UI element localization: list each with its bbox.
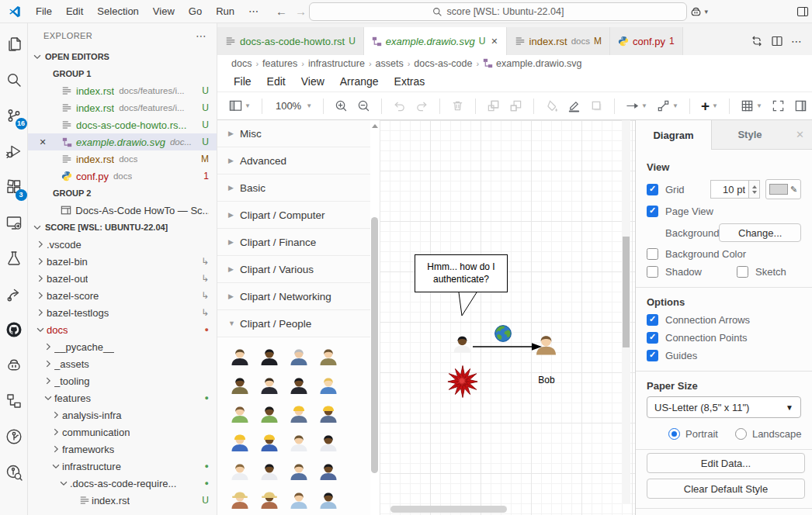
activity-source-control[interactable]: 16 — [0, 98, 28, 133]
tree-item-infrastructure[interactable]: infrastructure● — [28, 458, 217, 475]
open-changes-icon[interactable] — [751, 35, 763, 47]
activity-copilot-chat[interactable] — [0, 347, 28, 383]
delete-button[interactable] — [447, 96, 468, 116]
person-shape-9[interactable] — [230, 404, 250, 424]
line-color-button[interactable] — [564, 96, 585, 116]
workspace-root[interactable]: SCORE [WSL: UBUNTU-22.04] — [28, 219, 217, 236]
breadcrumb-docs[interactable]: docs — [231, 58, 252, 69]
activity-github[interactable] — [0, 312, 28, 347]
clear-default-style-button[interactable]: Clear Default Style — [647, 479, 805, 499]
menu-selection[interactable]: Selection — [91, 3, 144, 19]
person-shape-7[interactable] — [289, 375, 309, 396]
back-icon[interactable]: ← — [276, 5, 287, 18]
drawio-menu-extras[interactable]: Extras — [387, 74, 432, 89]
menu-view[interactable]: View — [147, 3, 181, 19]
menu-run[interactable]: Run — [210, 3, 241, 19]
tree-item-bazel-score[interactable]: bazel-score↳ — [28, 287, 217, 304]
open-editor-docs-as-code-howto-sc[interactable]: Docs-As-Code HowTo — Sc... — [28, 202, 217, 219]
tree-item-bazel-out[interactable]: bazel-out↳ — [28, 270, 217, 287]
canvas-vertical-scrollbar[interactable] — [622, 120, 630, 504]
connection-arrows-checkbox[interactable] — [647, 314, 658, 326]
drawio-menu-edit[interactable]: Edit — [260, 74, 293, 89]
to-front-button[interactable] — [483, 96, 504, 116]
person-shape-3[interactable] — [289, 347, 309, 367]
format-panel-toggle[interactable] — [790, 96, 811, 116]
insert-button[interactable]: +▼ — [697, 98, 722, 115]
person-shape-22[interactable] — [259, 490, 279, 510]
shadow-button[interactable] — [586, 96, 607, 116]
breadcrumb-features[interactable]: features — [262, 58, 297, 69]
paper-size-select[interactable]: US-Letter (8,5" x 11") ▼ — [647, 396, 801, 418]
menu-go[interactable]: Go — [182, 3, 208, 19]
person-shape-20[interactable] — [318, 461, 338, 482]
undo-button[interactable] — [389, 96, 410, 116]
shadow-checkbox[interactable] — [647, 266, 658, 278]
edit-data-button[interactable]: Edit Data... — [647, 453, 805, 473]
person-shape-2[interactable] — [259, 347, 279, 367]
grid-size-input[interactable] — [710, 180, 749, 199]
open-editor-index-rst[interactable]: index.rstdocs/features/i...U — [28, 99, 217, 116]
person-shape-11[interactable] — [289, 404, 309, 424]
open-editor-index-rst[interactable]: index.rstdocsM — [28, 150, 217, 168]
person-shape-1[interactable] — [230, 347, 250, 367]
grid-checkbox[interactable] — [647, 184, 658, 195]
person-shape-15[interactable] — [289, 433, 309, 453]
person-shape-23[interactable] — [289, 490, 309, 510]
zoom-out-button[interactable] — [353, 96, 374, 116]
alice-person-shape[interactable] — [452, 334, 473, 357]
open-editor-index-rst[interactable]: index.rstdocs/features/i...U — [28, 82, 217, 99]
person-shape-8[interactable] — [318, 375, 338, 396]
breadcrumb-infrastructure[interactable]: infrastructure — [308, 58, 365, 69]
layout-panel-icon[interactable] — [796, 5, 809, 18]
landscape-option[interactable]: Landscape — [735, 428, 802, 440]
diagram-canvas[interactable]: Hmm... how do I authenticate? Bob — [380, 120, 635, 515]
to-back-button[interactable] — [505, 96, 526, 116]
background-color-checkbox[interactable] — [647, 248, 658, 260]
person-shape-13[interactable] — [230, 433, 250, 453]
view-button[interactable]: ▼ — [225, 96, 255, 116]
page-view-checkbox[interactable] — [647, 206, 658, 217]
grid-color-button[interactable]: ✎ — [765, 179, 801, 199]
drawio-menu-file[interactable]: File — [227, 74, 259, 89]
more-actions-icon[interactable]: ⋯ — [791, 35, 803, 47]
tree-item-assets[interactable]: _assets — [28, 355, 217, 372]
breadcrumb-assets[interactable]: assets — [376, 58, 404, 69]
drawio-menu-arrange[interactable]: Arrange — [333, 74, 386, 89]
close-icon[interactable]: ✕ — [491, 36, 498, 47]
breadcrumb-docs-as-code[interactable]: docs-as-code — [414, 58, 472, 69]
person-shape-12[interactable] — [318, 404, 338, 424]
palette-section-clipart-networking[interactable]: ▶Clipart / Networking — [217, 283, 370, 310]
person-shape-4[interactable] — [318, 347, 338, 367]
activity-drawio[interactable] — [0, 383, 28, 419]
tree-item-pycache[interactable]: __pycache__ — [28, 338, 217, 355]
tab-index-rst[interactable]: index.rstdocsM — [507, 27, 610, 55]
connection-button[interactable]: ▼ — [622, 96, 651, 116]
zoom-in-button[interactable] — [331, 96, 352, 116]
activity-commit-search[interactable] — [0, 455, 28, 490]
forward-icon[interactable]: → — [295, 5, 307, 18]
person-shape-19[interactable] — [289, 461, 309, 482]
palette-section-basic[interactable]: ▶Basic — [217, 175, 370, 202]
tree-item-analysis-infra[interactable]: analysis-infra — [28, 406, 217, 423]
tree-item-index-rst[interactable]: index.rstU — [28, 492, 217, 509]
connector-arrow[interactable] — [471, 340, 544, 353]
activity-run-debug[interactable] — [0, 133, 28, 169]
tree-item-bazel-bin[interactable]: bazel-bin↳ — [28, 253, 217, 270]
waypoints-button[interactable]: ▼ — [653, 96, 682, 116]
palette-scrollbar[interactable] — [370, 120, 380, 515]
person-shape-10[interactable] — [259, 404, 279, 424]
redo-button[interactable] — [411, 96, 432, 116]
drawio-menu-view[interactable]: View — [294, 74, 331, 89]
palette-section-misc[interactable]: ▶Misc — [217, 120, 370, 147]
person-shape-5[interactable] — [230, 375, 250, 396]
open-editor-example-drawio-svg[interactable]: ✕example.drawio.svgdoc...U — [28, 133, 217, 150]
tab-example-drawio-svg[interactable]: example.drawio.svgU✕ — [364, 27, 507, 55]
person-shape-17[interactable] — [230, 461, 250, 482]
speech-bubble-shape[interactable]: Hmm... how do I authenticate? — [415, 254, 508, 292]
open-editor-docs-as-code-howto-rs[interactable]: docs-as-code-howto.rs...U — [28, 116, 217, 133]
open-editors-header[interactable]: OPEN EDITORS — [28, 48, 217, 65]
person-shape-24[interactable] — [318, 490, 338, 510]
guides-checkbox[interactable] — [647, 350, 658, 361]
palette-section-clipart-people[interactable]: ▼Clipart / People — [217, 310, 370, 337]
canvas-horizontal-scrollbar[interactable] — [380, 506, 619, 513]
